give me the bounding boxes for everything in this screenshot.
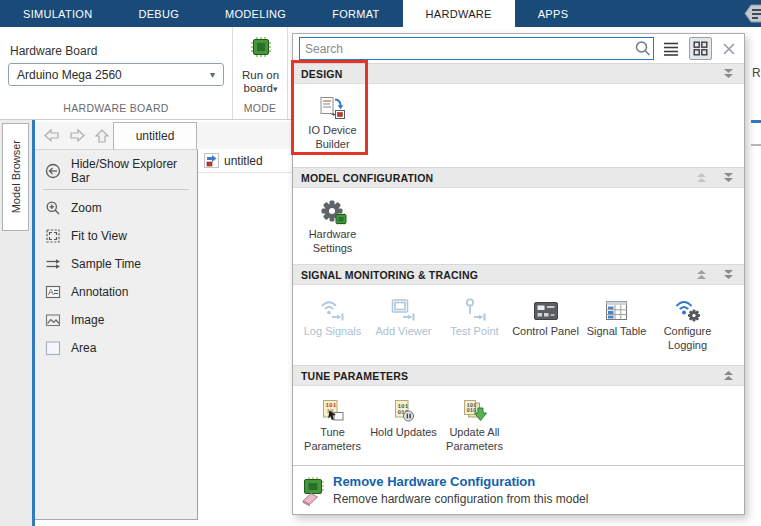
collapse-section-down-icon[interactable]: [723, 172, 734, 183]
remove-hardware-configuration-description: Remove hardware configuration from this …: [333, 492, 588, 506]
signal-table-icon: [604, 299, 629, 323]
hardware-board-label: Hardware Board: [10, 44, 97, 58]
hardware-board-select[interactable]: Arduino Mega 2560: [8, 63, 224, 86]
grid-view-icon: [693, 41, 708, 56]
remove-hardware-configuration-link[interactable]: Remove Hardware Configuration: [333, 474, 588, 489]
palette-item-area[interactable]: Area: [35, 334, 197, 362]
sample-time-icon: [45, 256, 61, 272]
tab-modeling[interactable]: MODELING: [202, 0, 309, 27]
section-header-design: DESIGN: [293, 63, 744, 84]
search-input[interactable]: [299, 37, 654, 60]
close-panel-button[interactable]: [721, 40, 738, 58]
menu-separator: [43, 189, 189, 190]
tune-parameters-icon: 101 10: [320, 399, 346, 424]
hardware-board-value: Arduino Mega 2560: [17, 68, 122, 82]
tune-parameters-button[interactable]: 101 10 Tune Parameters: [297, 392, 368, 463]
remove-hardware-configuration-row[interactable]: Remove Hardware Configuration Remove har…: [293, 465, 744, 514]
io-device-builder-button[interactable]: IO Device Builder: [297, 90, 368, 167]
area-icon: [45, 340, 61, 356]
tab-debug[interactable]: DEBUG: [115, 0, 202, 27]
model-browser-tab[interactable]: Model Browser: [2, 123, 29, 231]
annotation-icon: A: [45, 284, 61, 300]
tab-hardware[interactable]: HARDWARE: [403, 0, 515, 27]
toolstrip-collapse-icon[interactable]: [741, 2, 761, 25]
section-header-model-configuration: MODEL CONFIGURATION: [293, 167, 744, 188]
signal-table-button[interactable]: Signal Table: [581, 291, 652, 365]
update-all-parameters-icon: 101 010: [461, 399, 488, 424]
hardware-settings-icon: [319, 199, 347, 226]
remove-hardware-configuration-icon: [301, 476, 329, 506]
breadcrumb-model-name: untitled: [224, 154, 263, 168]
editor-palette-menu: Hide/Show Explorer Bar Zoom Fit to View: [35, 149, 198, 520]
list-view-button[interactable]: [660, 37, 683, 60]
image-icon: [45, 312, 61, 328]
hardware-settings-button[interactable]: Hardware Settings: [297, 194, 368, 264]
palette-item-image[interactable]: Image: [35, 306, 197, 334]
section-header-signal-monitoring: SIGNAL MONITORING & TRACING: [293, 264, 744, 285]
svg-text:A: A: [48, 287, 54, 297]
window-top-border-fragment: [751, 120, 761, 123]
section-body-design: IO Device Builder: [293, 84, 744, 167]
section-body-model-configuration: Hardware Settings: [293, 188, 744, 264]
forward-arrow-icon[interactable]: [68, 127, 86, 144]
collapse-section-down-icon[interactable]: [723, 68, 734, 79]
tab-apps[interactable]: APPS: [515, 0, 592, 27]
mode-group: Run on board MODE: [233, 27, 288, 119]
chip-icon: [250, 36, 272, 58]
palette-item-fit-to-view[interactable]: Fit to View: [35, 222, 197, 250]
chevron-down-icon: [210, 69, 215, 80]
collapse-section-up-icon[interactable]: [696, 172, 707, 183]
document-tab-bar: untitled: [35, 122, 292, 149]
hardware-board-group: Hardware Board Arduino Mega 2560 HARDWAR…: [0, 27, 233, 119]
palette-item-sample-time[interactable]: Sample Time: [35, 250, 197, 278]
close-icon: [723, 43, 735, 55]
palette-item-zoom[interactable]: Zoom: [35, 194, 197, 222]
tab-format[interactable]: FORMAT: [309, 0, 402, 27]
hold-updates-button[interactable]: 101 010 Hold Updates: [368, 392, 439, 463]
editor-content: untitled Hide/Show Explorer Bar Zoom: [35, 120, 292, 526]
gallery-search-row: [293, 34, 744, 63]
simulink-model-icon: [204, 153, 219, 168]
palette-item-explorer-bar[interactable]: Hide/Show Explorer Bar: [35, 157, 197, 185]
divider-fragment: [751, 144, 761, 146]
breadcrumb[interactable]: untitled: [198, 149, 292, 173]
io-device-builder-icon: [319, 96, 346, 122]
tab-simulation[interactable]: SIMULATION: [0, 0, 115, 27]
log-signals-icon: [319, 297, 347, 323]
section-body-tune-parameters: 101 10 Tune Parameters 101 010: [293, 386, 744, 463]
document-tab-untitled[interactable]: untitled: [113, 122, 197, 149]
zoom-icon: [45, 200, 61, 216]
update-all-parameters-button[interactable]: 101 010 Update All Parameters: [439, 392, 510, 463]
control-panel-button[interactable]: Control Panel: [510, 291, 581, 365]
fit-to-view-icon: [45, 228, 61, 244]
collapse-section-up-icon[interactable]: [696, 269, 707, 280]
explorer-bar-icon: [45, 163, 61, 179]
hold-updates-icon: 101 010: [391, 399, 417, 424]
configure-logging-button[interactable]: Configure Logging: [652, 291, 723, 365]
list-view-icon: [663, 41, 679, 56]
control-panel-icon: [533, 299, 559, 323]
model-canvas[interactable]: [198, 173, 292, 526]
simulink-window: SIMULATION DEBUG MODELING FORMAT HARDWAR…: [0, 0, 761, 526]
back-arrow-icon[interactable]: [43, 127, 61, 144]
section-body-signal-monitoring: Log Signals Add Viewer: [293, 285, 744, 365]
hardware-gallery-panel: DESIGN: [292, 33, 745, 515]
log-signals-button: Log Signals: [297, 291, 368, 365]
configure-logging-icon: [674, 297, 702, 323]
section-header-tune-parameters: TUNE PARAMETERS: [293, 365, 744, 386]
chevron-down-icon: [273, 82, 278, 94]
search-icon: [634, 40, 651, 57]
run-on-board-button[interactable]: Run on board: [233, 69, 288, 96]
model-editor: Model Browser untitled: [0, 120, 292, 526]
palette-item-annotation[interactable]: A Annotation: [35, 278, 197, 306]
add-viewer-icon: [390, 297, 418, 323]
up-arrow-icon[interactable]: [93, 127, 111, 144]
collapse-section-up-icon[interactable]: [723, 370, 734, 381]
hardware-ribbon: Hardware Board Arduino Mega 2560 HARDWAR…: [0, 27, 292, 120]
test-point-icon: [461, 297, 489, 323]
test-point-button: Test Point: [439, 291, 510, 365]
mode-group-label: MODE: [233, 102, 287, 114]
grid-view-button[interactable]: [689, 37, 712, 60]
collapse-section-down-icon[interactable]: [723, 269, 734, 280]
toolstrip-tab-bar: SIMULATION DEBUG MODELING FORMAT HARDWAR…: [0, 0, 761, 27]
